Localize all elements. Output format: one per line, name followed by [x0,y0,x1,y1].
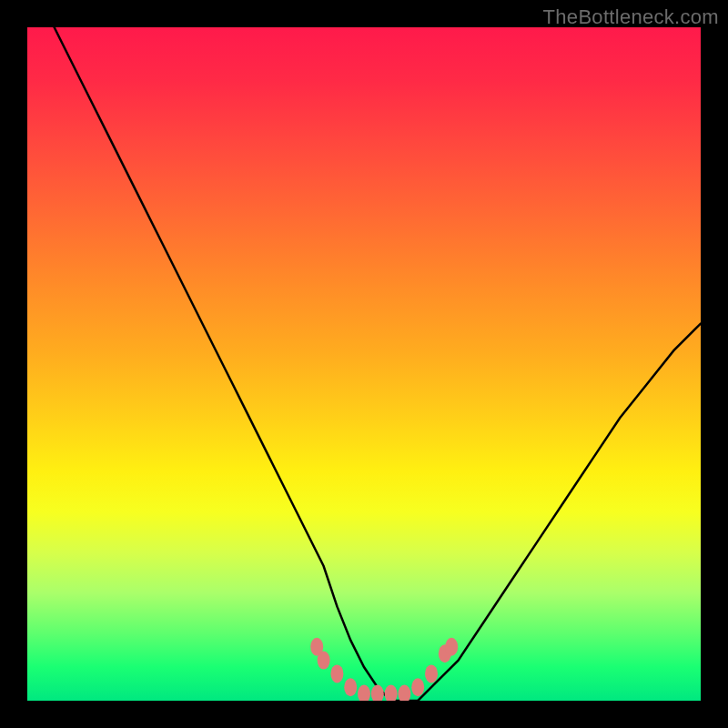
curve-marker [371,685,384,701]
chart-frame: TheBottleneck.com [0,0,728,728]
curve-marker [318,652,330,670]
watermark-text: TheBottleneck.com [543,5,719,29]
curve-marker [358,685,370,701]
plot-area [27,27,701,701]
curve-marker [398,685,410,701]
curve-marker [344,678,357,696]
curve-marker [330,664,343,682]
curve-marker [425,664,438,682]
curve-marker [445,638,458,656]
curve-marker [385,685,398,701]
bottleneck-curve [27,27,701,701]
curve-marker [411,678,424,696]
